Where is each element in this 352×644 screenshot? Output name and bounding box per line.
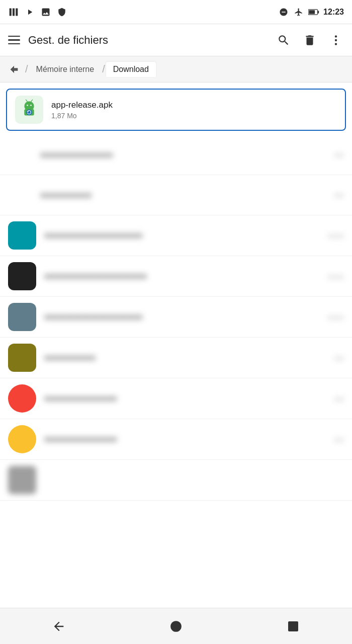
file-item-7[interactable]: xxxxxxxxxxxx xxx <box>0 338 352 378</box>
svg-point-17 <box>170 621 182 632</box>
file-name-9: xxxxxxxxxxxxxxxxx <box>44 434 301 444</box>
airplane-icon <box>293 7 304 18</box>
menu-button[interactable] <box>8 36 20 45</box>
file-icon-7 <box>8 344 36 372</box>
svg-rect-18 <box>288 621 298 631</box>
file-item-8[interactable]: xxxxxxxxxxxxxxxxx xxx <box>0 378 352 419</box>
svg-rect-2 <box>16 8 18 16</box>
photo-icon <box>40 7 51 18</box>
do-not-disturb-icon <box>278 7 289 18</box>
battery-icon <box>308 7 319 18</box>
file-name-5: xxxxxxxxxxxxxxxxxxxxxxxx <box>44 271 301 281</box>
svg-point-10 <box>27 105 28 106</box>
file-list: app-release.apk 1,87 Mo xxxxxxxxxxxxxxxx… <box>0 83 352 608</box>
breadcrumb-internal-memory[interactable]: Mémoire interne <box>29 62 102 77</box>
file-name-4: xxxxxxxxxxxxxxxxxxxxxxx <box>44 230 301 240</box>
file-icon-6 <box>8 303 36 331</box>
file-item-3[interactable]: xxxxxxxxxxxx xxx <box>0 175 352 215</box>
file-icon-5 <box>8 262 36 290</box>
svg-line-12 <box>26 100 27 102</box>
file-date-7: xxx <box>309 354 344 362</box>
file-info-8: xxxxxxxxxxxxxxxxx <box>44 393 301 404</box>
svg-point-7 <box>335 39 337 41</box>
status-bar-right: 12:23 <box>278 7 344 18</box>
bottom-nav <box>0 608 352 644</box>
file-icon-8 <box>8 384 36 413</box>
delete-button[interactable] <box>302 32 318 48</box>
file-date-5: xxxxx <box>309 273 344 280</box>
back-nav-button[interactable] <box>44 611 74 641</box>
file-item-apk[interactable]: app-release.apk 1,87 Mo <box>6 89 346 131</box>
file-name-2: xxxxxxxxxxxxxxxxx <box>40 150 301 160</box>
home-nav-button[interactable] <box>161 611 191 641</box>
status-bar: 12:23 <box>0 0 352 24</box>
svg-line-13 <box>31 100 33 102</box>
breadcrumb-separator-2: / <box>102 63 105 75</box>
file-icon-4 <box>8 221 36 250</box>
file-icon-9 <box>8 425 36 453</box>
app-title: Gest. de fichiers <box>28 34 268 47</box>
app-bar-icons <box>276 32 344 48</box>
file-item-9[interactable]: xxxxxxxxxxxxxxxxx xxx <box>0 419 352 460</box>
svg-point-8 <box>335 43 337 45</box>
file-info-9: xxxxxxxxxxxxxxxxx <box>44 434 301 444</box>
file-info-4: xxxxxxxxxxxxxxxxxxxxxxx <box>44 230 301 240</box>
apk-file-size: 1,87 Mo <box>51 112 337 120</box>
svg-rect-5 <box>309 10 315 14</box>
file-date-4: xxxxx <box>309 232 344 239</box>
file-icon-10 <box>8 466 36 494</box>
file-date-9: xxx <box>309 436 344 443</box>
file-item-4[interactable]: xxxxxxxxxxxxxxxxxxxxxxx xxxxx <box>0 215 352 256</box>
breadcrumb: / Mémoire interne / Download <box>0 56 352 83</box>
file-name-6: xxxxxxxxxxxxxxxxxxxxxxx <box>44 312 301 322</box>
svg-point-11 <box>30 105 32 106</box>
file-name-7: xxxxxxxxxxxx <box>44 353 301 363</box>
file-info-6: xxxxxxxxxxxxxxxxxxxxxxx <box>44 312 301 322</box>
breadcrumb-back-button[interactable] <box>4 59 24 79</box>
file-date-3: xxx <box>309 191 344 199</box>
file-info-7: xxxxxxxxxxxx <box>44 353 301 363</box>
svg-rect-0 <box>10 8 12 16</box>
file-info-3: xxxxxxxxxxxx <box>40 190 301 200</box>
recent-nav-button[interactable] <box>278 611 308 641</box>
shield-icon <box>56 7 67 18</box>
file-item-10[interactable] <box>0 460 352 501</box>
notification-icon <box>8 7 19 18</box>
apk-file-name: app-release.apk <box>51 100 337 110</box>
file-date-8: xxx <box>309 395 344 403</box>
breadcrumb-download[interactable]: Download <box>106 62 156 77</box>
search-button[interactable] <box>276 32 292 48</box>
svg-rect-4 <box>318 11 319 13</box>
status-bar-left <box>8 7 67 18</box>
file-item-6[interactable]: xxxxxxxxxxxxxxxxxxxxxxx xxxxx <box>0 297 352 338</box>
breadcrumb-separator-1: / <box>25 63 28 75</box>
file-info-2: xxxxxxxxxxxxxxxxx <box>40 150 301 160</box>
play-icon <box>24 7 35 18</box>
file-item-5[interactable]: xxxxxxxxxxxxxxxxxxxxxxxx xxxxx <box>0 256 352 297</box>
file-info-5: xxxxxxxxxxxxxxxxxxxxxxxx <box>44 271 301 281</box>
svg-rect-1 <box>13 8 15 16</box>
more-button[interactable] <box>328 32 344 48</box>
file-name-3: xxxxxxxxxxxx <box>40 190 301 200</box>
file-date-2: xxx <box>309 151 344 158</box>
app-bar: Gest. de fichiers <box>0 24 352 56</box>
status-time: 12:23 <box>323 8 344 17</box>
file-item-2[interactable]: xxxxxxxxxxxxxxxxx xxx <box>0 135 352 175</box>
apk-icon <box>15 96 43 124</box>
apk-file-info: app-release.apk 1,87 Mo <box>51 100 337 120</box>
svg-point-6 <box>335 35 337 37</box>
file-date-6: xxxxx <box>309 313 344 321</box>
file-name-8: xxxxxxxxxxxxxxxxx <box>44 393 301 404</box>
